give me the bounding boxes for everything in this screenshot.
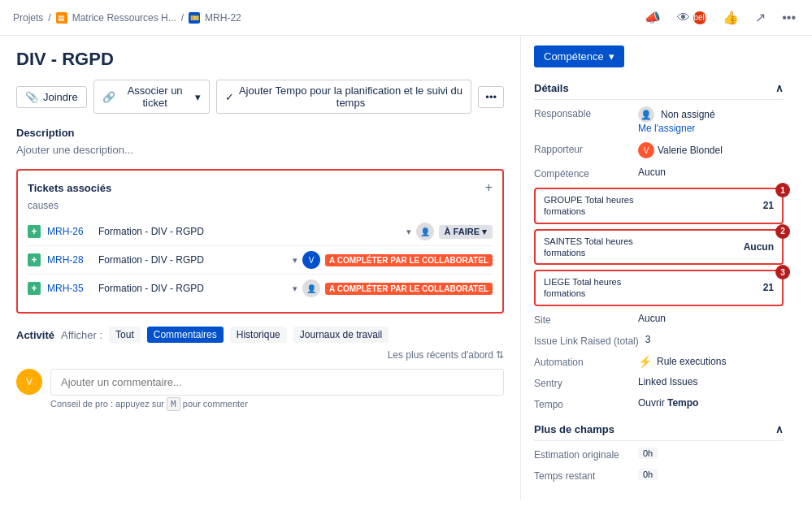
comment-input[interactable]	[50, 369, 504, 396]
detail-row-estimation: Estimation originale 0h	[534, 448, 784, 461]
detail-row-rapporteur: Rapporteur V Valerie Blondel	[534, 142, 784, 158]
metric-badge-1: 1	[775, 183, 790, 197]
competence-button[interactable]: Compétence ▾	[534, 45, 624, 67]
ticket-id-mrh26[interactable]: MRH-26	[47, 226, 92, 237]
ticket-id-mrh35[interactable]: MRH-35	[47, 283, 92, 294]
breadcrumb-projets[interactable]: Projets	[13, 12, 43, 24]
ticket-name-mrh28: Formation - DIV - RGPD	[98, 254, 286, 266]
metric-box-groupe: GROUPE Total heures formations 21 1	[534, 188, 784, 224]
avatar-mrh28: V	[302, 251, 320, 269]
chevron-down-icon-mrh35[interactable]: ▾	[293, 283, 297, 294]
breadcrumb-sep-2: /	[181, 12, 184, 24]
metric-value-liege: 21	[763, 282, 774, 293]
filter-tout[interactable]: Tout	[109, 327, 141, 343]
filter-historique[interactable]: Historique	[230, 327, 287, 343]
detail-value-sentry: Linked Issues	[638, 376, 784, 387]
current-user-avatar: V	[16, 369, 42, 395]
details-section: Détails ∧ Responsable 👤 Non assigné Me l…	[534, 77, 784, 410]
share-icon-btn[interactable]: ↗	[752, 6, 769, 28]
description-section: Description Ajouter une description...	[16, 127, 504, 156]
status-faire-badge[interactable]: À FAIRE ▾	[439, 225, 493, 239]
eye-badge: bell	[693, 11, 706, 24]
eye-icon-btn[interactable]: 👁 bell	[674, 7, 710, 28]
activity-section: Activité Afficher : Tout Commentaires Hi…	[16, 327, 504, 409]
tempo-button[interactable]: ✓ Ajouter Tempo pour la planification et…	[216, 80, 472, 114]
details-collapse-icon[interactable]: ∧	[775, 82, 784, 94]
thumbsup-icon-btn[interactable]: 👍	[719, 6, 742, 28]
detail-row-competence: Compétence Aucun	[534, 167, 784, 180]
breadcrumb-sep-1: /	[48, 12, 50, 24]
detail-row-tempo: Tempo Ouvrir Tempo	[534, 397, 784, 410]
status-completer-badge-28[interactable]: A COMPLÉTER PAR LE COLLABORATEL	[325, 254, 493, 266]
user-circle-icon: 👤	[638, 106, 654, 123]
breadcrumb: Projets / ▦ Matrice Ressources H... / 🎫 …	[13, 12, 241, 24]
reporter-avatar: V	[638, 142, 654, 158]
right-panel: Compétence ▾ Détails ∧ Responsable 👤 Non…	[520, 36, 797, 500]
metric-value-groupe: 21	[763, 200, 774, 211]
detail-label-site: Site	[534, 313, 632, 326]
detail-label-rapporteur: Rapporteur	[534, 142, 632, 155]
breadcrumb-mrh22[interactable]: MRH-22	[205, 12, 241, 24]
tempo-bold[interactable]: Tempo	[667, 397, 698, 409]
assign-me-link[interactable]: Me l'assigner	[638, 123, 784, 134]
filter-journaux[interactable]: Journaux de travail	[293, 327, 389, 343]
detail-row-sentry: Sentry Linked Issues	[534, 376, 784, 389]
metric-label-liege: LIEGE Total heures formations	[544, 276, 658, 300]
detail-label-sentry: Sentry	[534, 376, 632, 389]
status-chevron: ▾	[482, 227, 487, 237]
plus-de-champs-section: Plus de champs ∧ Estimation originale 0h…	[534, 418, 784, 482]
chevron-down-icon-mrh28[interactable]: ▾	[293, 255, 297, 266]
comment-row: V Conseil de pro : appuyez sur M pour co…	[16, 369, 504, 409]
ticket-name-mrh35: Formation - DIV - RGPD	[98, 283, 286, 294]
comment-input-area: Conseil de pro : appuyez sur M pour comm…	[50, 369, 504, 409]
detail-value-competence: Aucun	[638, 167, 784, 178]
metric-label-groupe: GROUPE Total heures formations	[544, 194, 658, 218]
sort-label[interactable]: Les plus récents d'abord ⇅	[388, 349, 504, 361]
detail-value-estimation: 0h	[638, 448, 784, 459]
detail-row-site: Site Aucun	[534, 313, 784, 326]
metric-badge-2: 2	[775, 224, 790, 239]
ticket-plus-icon: +	[28, 225, 41, 238]
temps-badge: 0h	[638, 469, 658, 480]
detail-label-issue-link: Issue Link Raised (total)	[534, 334, 639, 347]
breadcrumb-matrice[interactable]: Matrice Ressources H...	[72, 12, 176, 24]
status-completer-badge-35[interactable]: A COMPLÉTER PAR LE COLLABORATEL	[325, 283, 493, 295]
more-actions-button[interactable]: •••	[478, 86, 504, 108]
ticket-id-mrh28[interactable]: MRH-28	[47, 254, 92, 266]
chevron-down-icon-mrh26[interactable]: ▾	[406, 227, 411, 237]
competence-chevron: ▾	[609, 50, 614, 63]
lightning-icon: ⚡	[638, 355, 652, 368]
associer-button[interactable]: 🔗 Associer un ticket ▾	[93, 80, 210, 114]
nav-actions: 📣 👁 bell 👍 ↗ •••	[641, 6, 799, 28]
action-buttons: 📎 Joindre 🔗 Associer un ticket ▾ ✓ Ajout…	[16, 80, 504, 114]
avatar-mrh26: 👤	[416, 223, 434, 240]
plus-de-champs-collapse[interactable]: ∧	[775, 423, 784, 435]
ticket-row: + MRH-35 Formation - DIV - RGPD ▾ 👤 A CO…	[28, 275, 493, 302]
breadcrumb-icon-orange: ▦	[56, 12, 67, 24]
detail-row-temps: Temps restant 0h	[534, 469, 784, 482]
plus-de-champs-label: Plus de champs	[534, 423, 614, 435]
comment-tip: Conseil de pro : appuyez sur M pour comm…	[50, 399, 504, 409]
detail-label-estimation: Estimation originale	[534, 448, 632, 461]
detail-value-tempo: Ouvrir Tempo	[638, 397, 784, 409]
associer-chevron: ▾	[195, 91, 201, 103]
detail-row-automation: Automation ⚡ Rule executions	[534, 355, 784, 368]
detail-label-tempo: Tempo	[534, 397, 632, 410]
joindre-button[interactable]: 📎 Joindre	[16, 86, 87, 108]
detail-value-temps: 0h	[638, 469, 784, 480]
bell-icon-btn[interactable]: 📣	[641, 6, 664, 28]
detail-value-issue-link: 3	[645, 334, 784, 345]
tickets-add-button[interactable]: +	[485, 180, 493, 195]
filter-commentaires[interactable]: Commentaires	[147, 327, 224, 343]
detail-row-issue-link: Issue Link Raised (total) 3	[534, 334, 784, 347]
more-icon-btn[interactable]: •••	[779, 7, 799, 28]
metric-box-saintes: SAINTES Total heures formations Aucun 2	[534, 229, 784, 266]
page-title: DIV - RGPD	[16, 49, 504, 70]
detail-row-responsable: Responsable 👤 Non assigné Me l'assigner	[534, 106, 784, 134]
description-placeholder[interactable]: Ajouter une description...	[16, 144, 504, 156]
ticket-name-mrh26: Formation - DIV - RGPD	[98, 226, 400, 237]
estimation-badge: 0h	[638, 448, 658, 459]
paperclip-icon: 📎	[25, 91, 38, 103]
metric-label-saintes: SAINTES Total heures formations	[544, 236, 658, 259]
filter-label: Afficher :	[61, 329, 102, 341]
